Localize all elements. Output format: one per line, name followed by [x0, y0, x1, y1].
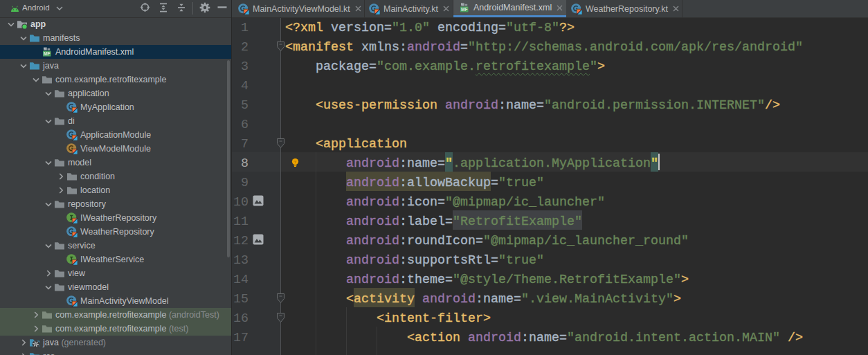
svg-text:MF: MF: [44, 51, 51, 56]
svg-text:MF: MF: [461, 7, 468, 12]
